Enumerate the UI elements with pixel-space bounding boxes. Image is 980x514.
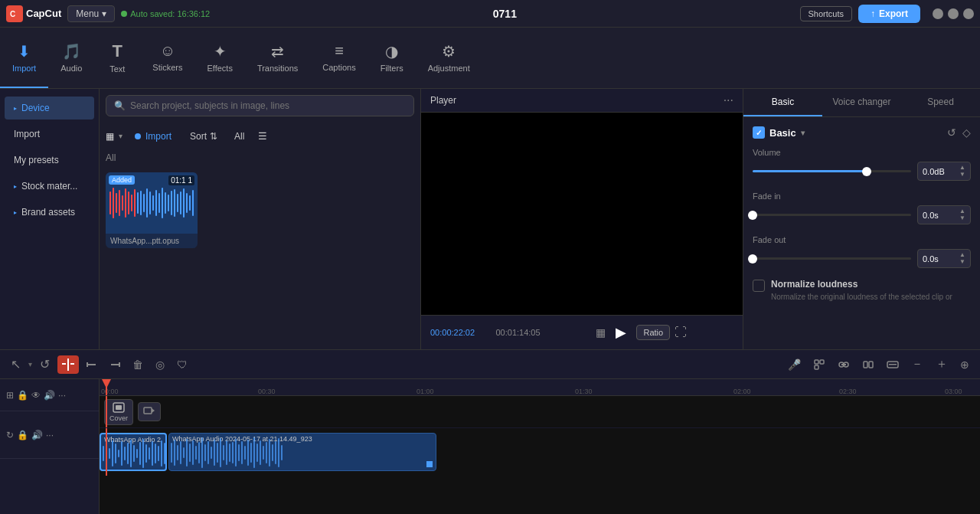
grid-view-btn[interactable]: ▦ ▾ bbox=[106, 131, 122, 142]
fade-out-spinner[interactable]: ▲ ▼ bbox=[959, 252, 965, 265]
tab-voice-changer[interactable]: Voice changer bbox=[822, 89, 901, 116]
spin-up3[interactable]: ▲ bbox=[959, 252, 965, 258]
track-volume-icon[interactable]: 🔊 bbox=[44, 390, 55, 401]
media-item-whatsapp-audio[interactable]: Added 01:1 1 bbox=[106, 172, 198, 248]
mic-button[interactable]: 🎤 bbox=[783, 355, 805, 374]
audio-clip-1[interactable]: WhatsApp Audio 2 bbox=[100, 433, 167, 471]
shield-button[interactable]: 🛡 bbox=[172, 355, 192, 374]
filter-button[interactable]: ☰ bbox=[255, 127, 270, 145]
captions-tl-button[interactable] bbox=[882, 355, 903, 374]
stabilize-button[interactable]: ◎ bbox=[151, 355, 169, 374]
sidebar-item-import[interactable]: Import bbox=[5, 123, 94, 146]
fade-in-thumb[interactable] bbox=[748, 211, 757, 220]
toolbar-item-text[interactable]: T Text bbox=[94, 28, 140, 88]
fade-in-value[interactable]: 0.0s ▲ ▼ bbox=[917, 205, 971, 224]
audio-track-loop-icon[interactable]: ↻ bbox=[6, 430, 14, 440]
spin-down3[interactable]: ▼ bbox=[959, 259, 965, 265]
audio-track-lock-icon[interactable]: 🔒 bbox=[17, 430, 28, 440]
track-eye-icon[interactable]: 👁 bbox=[31, 390, 41, 401]
sidebar-item-my-presets[interactable]: My presets bbox=[5, 149, 94, 172]
align-right-button[interactable] bbox=[105, 356, 125, 373]
fade-out-thumb[interactable] bbox=[748, 254, 757, 264]
svg-rect-89 bbox=[223, 445, 224, 460]
track-more-icon[interactable]: ··· bbox=[58, 390, 66, 401]
toolbar-item-transitions[interactable]: ⇄ Transitions bbox=[245, 28, 310, 88]
reset-icon[interactable]: ↺ bbox=[947, 126, 956, 139]
toolbar-item-audio[interactable]: 🎵 Audio bbox=[48, 28, 94, 88]
link-button[interactable] bbox=[833, 355, 854, 374]
svg-rect-101 bbox=[260, 440, 261, 465]
sidebar-item-device[interactable]: ▸ Device bbox=[5, 97, 94, 119]
normalize-desc: Normalize the original loudness of the s… bbox=[771, 292, 952, 303]
toolbar-item-captions[interactable]: ≡ Captions bbox=[310, 28, 368, 88]
fade-out-value[interactable]: 0.0s ▲ ▼ bbox=[917, 249, 971, 268]
menu-button[interactable]: Menu ▾ bbox=[67, 5, 115, 22]
normalize-checkbox[interactable] bbox=[753, 280, 765, 292]
sidebar-item-brand-assets[interactable]: ▸ Brand assets bbox=[5, 201, 94, 224]
svg-rect-108 bbox=[281, 445, 283, 460]
toolbar-item-stickers[interactable]: ☺ Stickers bbox=[140, 28, 194, 88]
window-controls bbox=[933, 8, 974, 19]
track-lock-icon[interactable]: 🔒 bbox=[17, 390, 28, 401]
video-clip-button[interactable] bbox=[138, 402, 161, 421]
svg-rect-95 bbox=[241, 441, 243, 464]
export-button[interactable]: ↑ Export bbox=[858, 5, 920, 23]
split-button[interactable] bbox=[57, 355, 79, 374]
transitions-icon: ⇄ bbox=[271, 42, 284, 61]
spin-up2[interactable]: ▲ bbox=[959, 208, 965, 214]
svg-rect-5 bbox=[119, 190, 120, 216]
align-left-button[interactable] bbox=[82, 356, 102, 373]
audio-clip-2[interactable]: WhatsApp Audio 2024-05-17 at 21.14.49_92… bbox=[168, 433, 436, 471]
snap-button[interactable] bbox=[808, 355, 830, 374]
diamond-icon[interactable]: ◇ bbox=[962, 126, 971, 139]
minus-button[interactable]: － bbox=[906, 353, 928, 375]
sidebar-item-stock-materials[interactable]: ▸ Stock mater... bbox=[5, 175, 94, 198]
spin-down[interactable]: ▼ bbox=[959, 172, 965, 178]
toolbar-item-filters[interactable]: ◑ Filters bbox=[368, 28, 416, 88]
spin-up[interactable]: ▲ bbox=[959, 165, 965, 171]
all-filter-button[interactable]: All bbox=[230, 128, 249, 145]
play-button[interactable]: ▶ bbox=[610, 322, 632, 343]
search-box[interactable]: 🔍 bbox=[106, 95, 414, 116]
plus-button[interactable]: ＋ bbox=[931, 353, 952, 375]
fade-in-spinner[interactable]: ▲ ▼ bbox=[959, 208, 965, 221]
minimize-button[interactable] bbox=[933, 8, 943, 19]
close-button[interactable] bbox=[963, 8, 974, 19]
maximize-button[interactable] bbox=[948, 8, 959, 19]
volume-spinner[interactable]: ▲ ▼ bbox=[959, 165, 965, 178]
search-input[interactable] bbox=[130, 100, 406, 111]
cover-button[interactable]: Cover bbox=[104, 399, 133, 425]
basic-checkbox[interactable]: ✓ bbox=[753, 126, 765, 139]
svg-rect-55 bbox=[115, 444, 116, 463]
player-more-button[interactable]: ··· bbox=[724, 93, 733, 107]
toolbar-item-effects[interactable]: ✦ Effects bbox=[194, 28, 244, 88]
audio-track-more-icon[interactable]: ··· bbox=[46, 430, 54, 440]
split2-button[interactable] bbox=[858, 355, 879, 374]
delete-button[interactable]: 🗑 bbox=[128, 355, 148, 374]
search-area: 🔍 bbox=[100, 89, 420, 123]
shortcuts-button[interactable]: Shortcuts bbox=[800, 6, 852, 21]
svg-rect-6 bbox=[122, 195, 123, 211]
undo-button[interactable]: ↺ bbox=[35, 354, 54, 375]
grid-layout-button[interactable]: ▦ bbox=[596, 326, 606, 339]
sort-button[interactable]: Sort ⇅ bbox=[184, 128, 224, 145]
tab-speed[interactable]: Speed bbox=[901, 89, 980, 116]
track-add-icon[interactable]: ⊞ bbox=[6, 390, 14, 401]
fullscreen-button[interactable]: ⛶ bbox=[675, 326, 687, 339]
fade-out-slider-track[interactable] bbox=[753, 257, 911, 260]
volume-slider-thumb[interactable] bbox=[862, 167, 871, 176]
spin-down2[interactable]: ▼ bbox=[959, 215, 965, 221]
audio-track-volume-icon[interactable]: 🔊 bbox=[31, 430, 43, 440]
import-button[interactable]: Import bbox=[129, 128, 178, 145]
added-badge: Added bbox=[109, 175, 135, 185]
right-panel: Basic Voice changer Speed ✓ Basic ▾ ↺ ◇ … bbox=[743, 89, 980, 349]
select-tool-button[interactable]: ↖ bbox=[6, 354, 25, 375]
volume-value[interactable]: 0.0dB ▲ ▼ bbox=[917, 162, 971, 181]
zoom-button[interactable]: ⊕ bbox=[956, 355, 974, 374]
toolbar-item-import[interactable]: ⬇ Import bbox=[0, 28, 48, 88]
ratio-button[interactable]: Ratio bbox=[636, 325, 670, 340]
toolbar-item-adjustment[interactable]: ⚙ Adjustment bbox=[416, 28, 482, 88]
volume-slider-track[interactable] bbox=[753, 170, 911, 172]
tab-basic[interactable]: Basic bbox=[743, 89, 822, 116]
fade-in-slider-track[interactable] bbox=[753, 214, 911, 216]
